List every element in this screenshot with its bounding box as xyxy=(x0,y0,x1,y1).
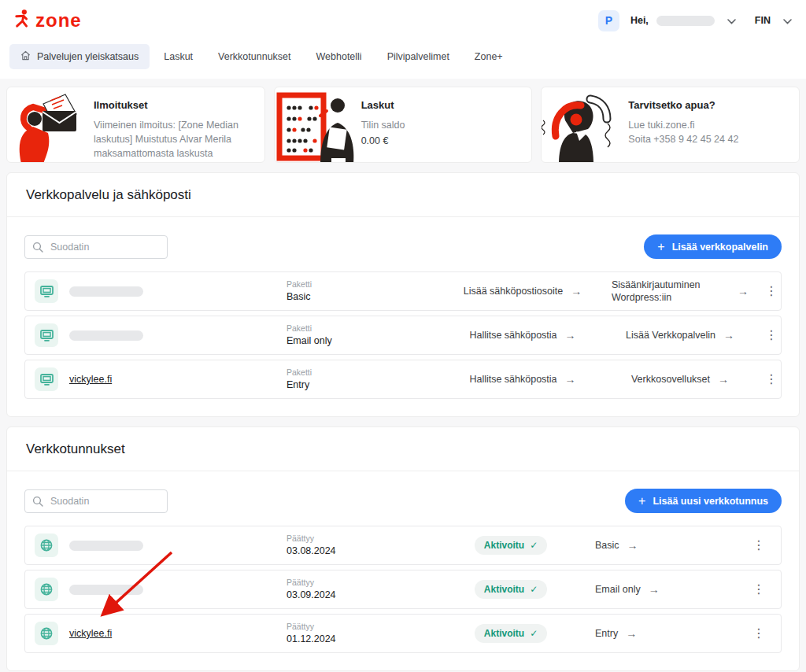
redacted-domain-name xyxy=(69,330,143,341)
invoices-illustration xyxy=(275,87,357,162)
plus-icon: + xyxy=(657,241,664,253)
expiry-date: 01.12.2024 xyxy=(287,633,444,646)
domains-title: Verkkotunnukset xyxy=(7,427,799,471)
arrow-right-icon: → xyxy=(627,539,638,552)
logo-wordmark: zone xyxy=(35,11,82,30)
redacted-domain-name xyxy=(69,585,143,595)
add-webserver-button[interactable]: + Lisää verkkopalvelin xyxy=(644,234,782,259)
redacted-domain-name xyxy=(69,286,143,297)
domain-row[interactable]: vickylee.fi Päättyy 01.12.2024 Aktivoitu… xyxy=(24,614,782,653)
kebab-menu-icon[interactable]: ⋮ xyxy=(759,371,784,387)
tab-label: Webhotelli xyxy=(316,51,362,62)
expiry-label: Päättyy xyxy=(287,577,444,589)
language-selector[interactable]: FIN xyxy=(755,15,771,26)
invoices-card[interactable]: Laskut Tilin saldo 0.00 € xyxy=(274,87,533,163)
card-title: Ilmoitukset xyxy=(94,99,255,111)
domain-row[interactable]: Päättyy 03.09.2024 Aktivoitu ✓ Email onl… xyxy=(24,570,782,609)
services-title: Verkkopalvelu ja sähköposti xyxy=(7,173,799,217)
help-illustration xyxy=(542,87,623,162)
arrow-right-icon: → xyxy=(565,329,576,342)
expiry-label: Päättyy xyxy=(287,621,444,633)
expiry-date: 03.09.2024 xyxy=(287,589,444,602)
chevron-down-icon[interactable] xyxy=(783,13,792,28)
domain-package-link[interactable]: Basic → xyxy=(595,539,638,552)
kebab-menu-icon[interactable]: ⋮ xyxy=(746,582,771,597)
arrow-right-icon: → xyxy=(626,627,637,640)
domains-filter xyxy=(24,489,168,513)
web-applications-link[interactable]: Verkkosovellukset → xyxy=(631,373,729,386)
service-row[interactable]: Paketti Email only Hallitse sähköpostia … xyxy=(24,316,782,355)
add-webserver-link[interactable]: Lisää Verkkopalvelin → xyxy=(626,329,734,342)
tab-verkkotunnukset[interactable]: Verkkotunnukset xyxy=(207,45,301,68)
add-email-address-link[interactable]: Lisää sähköpostiosoite → xyxy=(464,285,582,297)
expiry-date: 03.08.2024 xyxy=(287,545,444,558)
status-badge: Aktivoitu ✓ xyxy=(475,624,547,643)
package-label: Paketti xyxy=(287,367,444,378)
tab-laskut[interactable]: Laskut xyxy=(153,45,204,68)
services-panel: Verkkopalvelu ja sähköposti + Lisää verk… xyxy=(6,172,800,417)
tab-label: Zone+ xyxy=(475,51,503,62)
tab-pilvipalvelimet[interactable]: Pilvipalvelimet xyxy=(376,45,460,68)
page-content: Ilmoitukset Viimeinen ilmoitus: [Zone Me… xyxy=(0,79,806,671)
greeting-text: Hei, xyxy=(630,15,649,26)
help-card[interactable]: Tarvitsetko apua? Lue tuki.zone.fi Soita… xyxy=(541,87,800,163)
webhosting-icon xyxy=(35,323,58,347)
domain-package-link[interactable]: Entry → xyxy=(595,627,637,640)
runner-icon xyxy=(14,9,31,32)
notifications-illustration xyxy=(7,87,89,162)
redacted-domain-name xyxy=(69,541,143,551)
package-label: Paketti xyxy=(287,279,444,290)
chevron-down-icon[interactable] xyxy=(727,13,736,28)
card-title: Tarvitsetko apua? xyxy=(628,99,738,111)
arrow-right-icon: → xyxy=(649,583,660,596)
webhosting-icon xyxy=(35,279,58,303)
service-domain-link[interactable]: vickylee.fi xyxy=(69,374,112,385)
package-label: Paketti xyxy=(287,323,444,334)
card-text: Viimeinen ilmoitus: [Zone Median laskutu… xyxy=(94,118,255,161)
check-icon: ✓ xyxy=(530,584,538,595)
check-icon: ✓ xyxy=(530,628,538,639)
kebab-menu-icon[interactable]: ⋮ xyxy=(759,327,784,343)
tab-label: Laskut xyxy=(164,51,193,62)
manage-email-link[interactable]: Hallitse sähköpostia → xyxy=(469,329,575,342)
package-value: Entry xyxy=(287,378,444,392)
globe-icon xyxy=(35,622,58,645)
domain-row[interactable]: Päättyy 03.08.2024 Aktivoitu ✓ Basic → xyxy=(24,526,782,565)
tab-label: Palvelujen yleiskatsaus xyxy=(37,51,139,62)
tab-zone-plus[interactable]: Zone+ xyxy=(464,45,514,68)
help-link: Lue tuki.zone.fi xyxy=(628,118,738,132)
package-value: Email only xyxy=(287,334,444,348)
avatar[interactable]: P xyxy=(598,10,619,31)
arrow-right-icon: → xyxy=(738,285,749,297)
main-nav: Palvelujen yleiskatsaus Laskut Verkkotun… xyxy=(0,41,806,79)
webhosting-icon xyxy=(35,367,58,391)
notifications-card[interactable]: Ilmoitukset Viimeinen ilmoitus: [Zone Me… xyxy=(6,87,265,163)
services-filter-input[interactable] xyxy=(24,235,168,259)
domains-panel: Verkkotunnukset + Lisää uusi verkkotunnu… xyxy=(6,426,800,671)
domains-filter-input[interactable] xyxy=(24,489,168,513)
package-value: Basic xyxy=(287,290,444,304)
domain-link-vickylee[interactable]: vickylee.fi xyxy=(69,628,112,639)
tab-webhotelli[interactable]: Webhotelli xyxy=(305,45,373,68)
tab-label: Verkkotunnukset xyxy=(218,51,290,62)
add-domain-button[interactable]: + Lisää uusi verkkotunnus xyxy=(625,489,782,513)
expiry-label: Päättyy xyxy=(287,533,444,545)
tab-palvelujen-yleiskatsaus[interactable]: Palvelujen yleiskatsaus xyxy=(9,44,150,69)
card-title: Laskut xyxy=(361,99,405,111)
top-header: zone P Hei, FIN xyxy=(0,0,806,41)
domain-package-link[interactable]: Email only → xyxy=(595,583,660,596)
zone-logo[interactable]: zone xyxy=(14,9,82,32)
manage-email-link[interactable]: Hallitse sähköpostia → xyxy=(469,373,575,386)
wordpress-login-link[interactable]: Sisäänkirjautuminen Wordpress:iin → xyxy=(612,279,749,305)
service-row[interactable]: Paketti Basic Lisää sähköpostiosoite → S… xyxy=(24,271,782,311)
arrow-right-icon: → xyxy=(718,373,729,386)
service-row[interactable]: vickylee.fi Paketti Entry Hallitse sähkö… xyxy=(24,360,782,399)
kebab-menu-icon[interactable]: ⋮ xyxy=(746,626,771,641)
check-icon: ✓ xyxy=(530,540,538,551)
kebab-menu-icon[interactable]: ⋮ xyxy=(746,537,771,553)
redacted-username xyxy=(656,16,715,26)
arrow-right-icon: → xyxy=(571,285,582,297)
tab-label: Pilvipalvelimet xyxy=(387,51,449,62)
arrow-right-icon: → xyxy=(723,329,734,342)
kebab-menu-icon[interactable]: ⋮ xyxy=(759,283,784,299)
